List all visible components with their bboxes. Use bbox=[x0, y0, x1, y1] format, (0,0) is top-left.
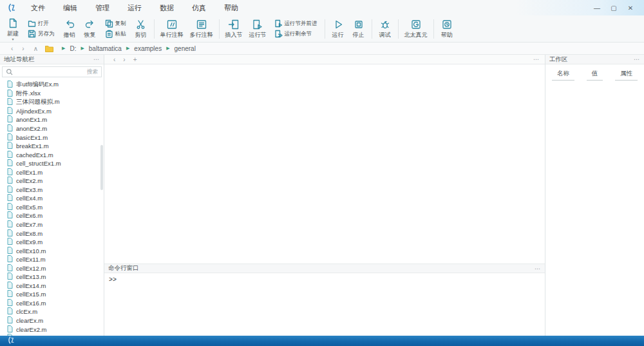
stop-button[interactable]: 停止 bbox=[348, 18, 369, 40]
run-button[interactable]: 运行 bbox=[328, 18, 348, 40]
stop-button-label: 停止 bbox=[353, 31, 365, 39]
open-button-label: 打开 bbox=[38, 20, 49, 28]
file-list-item[interactable]: cellEx16.m bbox=[0, 299, 104, 308]
breadcrumb-item[interactable]: baltamatica bbox=[89, 45, 122, 52]
run-section-advance-button[interactable]: 运行节并前进 bbox=[273, 19, 319, 28]
search-button[interactable]: 搜索 bbox=[87, 68, 98, 76]
file-list-item[interactable]: 附件.xlsx bbox=[0, 90, 104, 99]
file-list-item[interactable]: cellEx5.m bbox=[0, 203, 104, 212]
file-list-item[interactable]: colonEx.m bbox=[0, 334, 104, 336]
menu-item[interactable]: 编辑 bbox=[54, 1, 86, 15]
workspace-title: 工作区 bbox=[549, 55, 568, 64]
new-tab-button[interactable]: + bbox=[129, 56, 141, 63]
file-list-item[interactable]: cellEx12.m bbox=[0, 264, 104, 273]
cut-button[interactable]: 剪切 bbox=[131, 18, 151, 40]
toolbar-separator bbox=[325, 19, 325, 39]
menu-item[interactable]: 帮助 bbox=[215, 1, 247, 15]
menu-item[interactable]: 仿真 bbox=[183, 1, 215, 15]
tab-forward-button[interactable]: › bbox=[119, 56, 129, 63]
command-prompt: >> bbox=[109, 276, 117, 284]
file-list-item[interactable]: anonEx2.m bbox=[0, 124, 104, 133]
breadcrumb-item[interactable]: general bbox=[175, 45, 196, 52]
file-list-item[interactable]: clearEx.m bbox=[0, 316, 104, 325]
file-list-item[interactable]: cellEx4.m bbox=[0, 194, 104, 203]
search-input[interactable] bbox=[15, 69, 84, 75]
menu-bar: 文件编辑管理运行数据仿真帮助 — ▢ ✕ bbox=[0, 0, 644, 15]
run-remaining-button[interactable]: 运行剩余节 bbox=[273, 30, 319, 38]
cut-button-label: 剪切 bbox=[135, 31, 147, 39]
breadcrumb-separator-icon: ▶ bbox=[57, 46, 70, 51]
file-list-item[interactable]: AljindexEx.m bbox=[0, 107, 104, 116]
file-list-item[interactable]: 三体问题模拟.m bbox=[0, 98, 104, 107]
workspace-more-button[interactable]: ⋯ bbox=[634, 56, 640, 62]
file-icon bbox=[7, 238, 13, 246]
file-list-item[interactable]: cellEx3.m bbox=[0, 186, 104, 195]
up-button[interactable]: ∧ bbox=[29, 45, 43, 52]
workspace-column-header[interactable]: 值 bbox=[587, 70, 603, 81]
breadcrumb-item[interactable]: D: bbox=[70, 45, 76, 52]
file-list-item[interactable]: cellEx9.m bbox=[0, 238, 104, 247]
menu-item[interactable]: 文件 bbox=[22, 1, 54, 15]
breadcrumb-item[interactable]: examples bbox=[134, 45, 162, 52]
undo-button[interactable]: 撤销 bbox=[59, 18, 80, 40]
tab-back-button[interactable]: ‹ bbox=[109, 56, 119, 63]
file-list-item[interactable]: cellEx13.m bbox=[0, 273, 104, 282]
beitai-zhenyuan-button[interactable]: 北太真元 bbox=[401, 18, 431, 40]
file-icon bbox=[7, 220, 13, 229]
file-list-item[interactable]: clearEx2.m bbox=[0, 325, 104, 334]
file-list-item[interactable]: breakEx1.m bbox=[0, 142, 104, 151]
editor-empty-area bbox=[104, 64, 545, 264]
minimize-button[interactable]: — bbox=[589, 3, 605, 13]
file-list-item[interactable]: cell_structEx1.m bbox=[0, 159, 104, 168]
toolbar-separator bbox=[398, 19, 399, 39]
sidebar-scrollbar[interactable] bbox=[100, 145, 103, 190]
command-window-more-button[interactable]: ⋯ bbox=[535, 265, 541, 272]
file-list-item[interactable]: basicEx1.m bbox=[0, 133, 104, 142]
command-window-input[interactable]: >> bbox=[104, 273, 545, 336]
copy-button[interactable]: 复制 bbox=[104, 19, 128, 28]
insert-section-button[interactable]: 插入节 bbox=[222, 18, 246, 40]
file-list-item[interactable]: cellEx15.m bbox=[0, 290, 104, 299]
redo-icon bbox=[84, 19, 96, 30]
save-as-button[interactable]: 另存为 bbox=[26, 30, 56, 38]
file-icon bbox=[7, 151, 13, 159]
file-list-item[interactable]: cellEx10.m bbox=[0, 246, 104, 255]
multi-comment-button[interactable]: 多行注释 bbox=[187, 18, 216, 40]
new-button[interactable]: 新建 ▾ bbox=[3, 17, 23, 41]
forward-button[interactable]: › bbox=[17, 45, 28, 52]
file-list-item[interactable]: clcEx.m bbox=[0, 307, 104, 316]
close-button[interactable]: ✕ bbox=[622, 3, 639, 13]
run-section-button[interactable]: 运行节 bbox=[246, 18, 270, 40]
file-icon bbox=[7, 142, 13, 150]
taskbar-app-icon[interactable] bbox=[8, 335, 15, 346]
file-name: 附件.xlsx bbox=[16, 90, 41, 98]
file-list-item[interactable]: cellEx14.m bbox=[0, 282, 104, 291]
redo-button[interactable]: 恢复 bbox=[80, 18, 100, 40]
workspace-column-header[interactable]: 属性 bbox=[615, 70, 638, 81]
open-button[interactable]: 打开 bbox=[26, 19, 56, 28]
file-list-item[interactable]: cellEx6.m bbox=[0, 211, 104, 220]
single-comment-button[interactable]: 单行注释 bbox=[157, 18, 187, 40]
file-list-item[interactable]: cellEx8.m bbox=[0, 229, 104, 238]
back-button[interactable]: ‹ bbox=[6, 45, 17, 52]
menu-item[interactable]: 运行 bbox=[118, 1, 151, 15]
run-section-extra-group: 运行节并前进 运行剩余节 bbox=[270, 19, 322, 38]
paste-button[interactable]: 粘贴 bbox=[104, 30, 128, 38]
file-list-item[interactable]: cellEx2.m bbox=[0, 177, 104, 186]
file-navigator-title: 地址导航栏 bbox=[4, 55, 35, 64]
help-button[interactable]: 帮助 bbox=[437, 18, 457, 40]
file-list-item[interactable]: cellEx7.m bbox=[0, 220, 104, 229]
panel-more-button[interactable]: ⋯ bbox=[93, 56, 100, 62]
file-list-item[interactable]: cellEx1.m bbox=[0, 168, 104, 177]
menu-item[interactable]: 数据 bbox=[151, 1, 183, 15]
file-list-item[interactable]: cellEx11.m bbox=[0, 255, 104, 264]
file-list-item[interactable]: anonEx1.m bbox=[0, 115, 104, 124]
debug-button[interactable]: 调试 bbox=[375, 18, 395, 40]
toolbar-separator bbox=[219, 19, 220, 39]
menu-item[interactable]: 管理 bbox=[86, 1, 118, 15]
file-list-item[interactable]: cachedEx1.m bbox=[0, 150, 104, 159]
tabstrip-more-button[interactable]: ⋯ bbox=[533, 56, 540, 62]
file-list-item[interactable]: 非utf8编码Ex.m bbox=[0, 81, 104, 90]
workspace-column-header[interactable]: 名称 bbox=[552, 70, 574, 81]
maximize-button[interactable]: ▢ bbox=[605, 3, 622, 13]
